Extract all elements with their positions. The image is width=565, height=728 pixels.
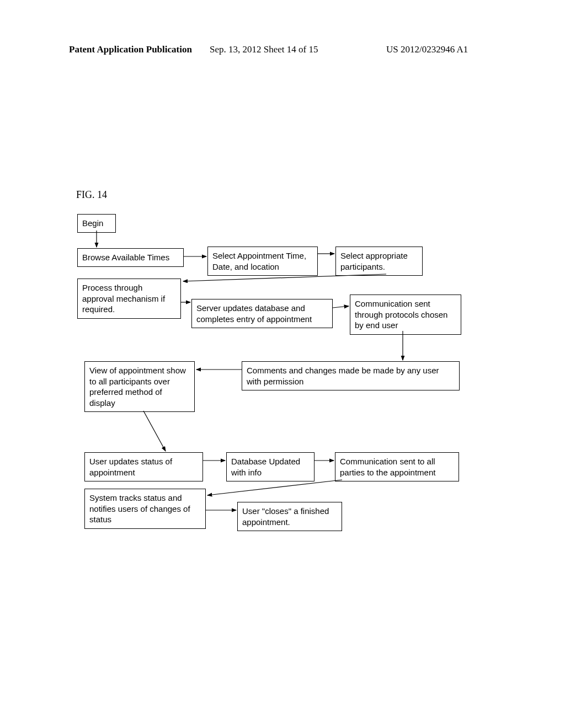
- svg-line-8: [143, 411, 166, 451]
- svg-line-11: [207, 480, 342, 495]
- box-server-updates: Server updates database and completes en…: [191, 299, 333, 328]
- box-comments: Comments and changes made be made by any…: [242, 361, 460, 390]
- box-user-closes: User "closes" a finished appointment.: [237, 502, 342, 531]
- header-right: US 2012/0232946 A1: [386, 44, 468, 55]
- header-mid: Sep. 13, 2012 Sheet 14 of 15: [210, 44, 318, 55]
- box-browse: Browse Available Times: [77, 248, 184, 267]
- box-comm-protocols: Communication sent through protocols cho…: [350, 295, 461, 335]
- header-left: Patent Application Publication: [69, 44, 192, 55]
- box-system-tracks: System tracks status and notifies users …: [84, 489, 206, 529]
- box-user-updates: User updates status of appointment: [84, 452, 203, 481]
- box-view-appt: View of appointment show to all particip…: [84, 361, 195, 412]
- box-begin: Begin: [77, 214, 116, 233]
- box-approval: Process through approval mechanism if re…: [77, 279, 181, 319]
- box-select-participants: Select appropriate participants.: [335, 247, 423, 276]
- figure-label: FIG. 14: [76, 189, 107, 201]
- box-select-time: Select Appointment Time, Date, and locat…: [207, 247, 318, 276]
- box-comm-all: Communication sent to all parties to the…: [335, 452, 459, 481]
- svg-line-5: [333, 306, 349, 308]
- box-db-updated: Database Updated with info: [226, 452, 315, 481]
